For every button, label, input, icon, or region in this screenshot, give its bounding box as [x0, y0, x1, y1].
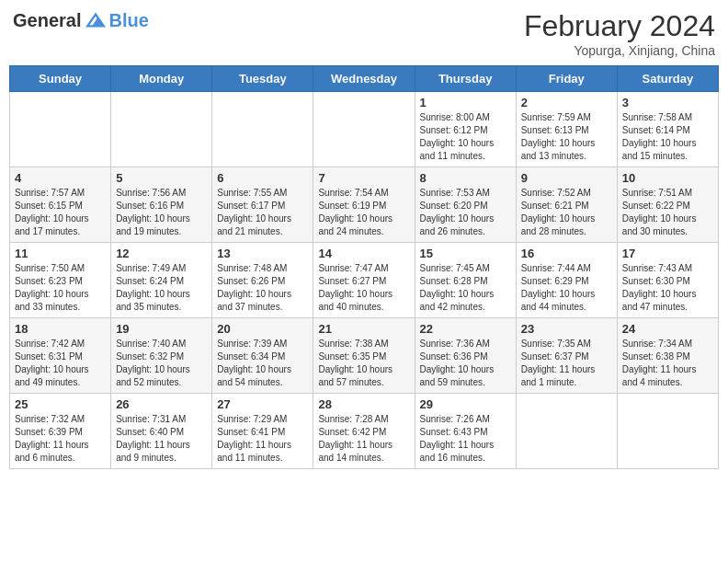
day-info: Sunrise: 7:49 AM Sunset: 6:24 PM Dayligh…	[116, 262, 207, 314]
day-info: Sunrise: 7:34 AM Sunset: 6:38 PM Dayligh…	[622, 338, 713, 389]
day-number: 29	[420, 397, 511, 411]
day-info: Sunrise: 7:50 AM Sunset: 6:23 PM Dayligh…	[15, 262, 106, 314]
day-number: 3	[622, 96, 713, 109]
day-info: Sunrise: 7:56 AM Sunset: 6:16 PM Dayligh…	[116, 187, 207, 238]
day-number: 12	[116, 247, 207, 260]
day-info: Sunrise: 7:58 AM Sunset: 6:14 PM Dayligh…	[622, 111, 713, 163]
calendar-cell: 26Sunrise: 7:31 AM Sunset: 6:40 PM Dayli…	[111, 394, 212, 469]
calendar-cell: 5Sunrise: 7:56 AM Sunset: 6:16 PM Daylig…	[111, 167, 212, 243]
day-number: 24	[622, 322, 713, 336]
day-info: Sunrise: 7:53 AM Sunset: 6:20 PM Dayligh…	[420, 187, 511, 238]
calendar-cell: 17Sunrise: 7:43 AM Sunset: 6:30 PM Dayli…	[617, 243, 718, 318]
calendar-cell: 21Sunrise: 7:38 AM Sunset: 6:35 PM Dayli…	[313, 318, 415, 394]
calendar-cell: 6Sunrise: 7:55 AM Sunset: 6:17 PM Daylig…	[212, 167, 313, 243]
calendar-cell: 20Sunrise: 7:39 AM Sunset: 6:34 PM Dayli…	[212, 318, 313, 394]
day-info: Sunrise: 7:43 AM Sunset: 6:30 PM Dayligh…	[622, 262, 713, 314]
calendar-cell	[516, 394, 617, 469]
day-info: Sunrise: 7:29 AM Sunset: 6:41 PM Dayligh…	[217, 413, 308, 465]
day-number: 18	[15, 322, 106, 336]
calendar-week-3: 11Sunrise: 7:50 AM Sunset: 6:23 PM Dayli…	[10, 243, 719, 318]
day-info: Sunrise: 7:48 AM Sunset: 6:26 PM Dayligh…	[217, 262, 308, 314]
calendar-cell: 28Sunrise: 7:28 AM Sunset: 6:42 PM Dayli…	[313, 394, 415, 469]
day-number: 10	[622, 171, 713, 185]
day-info: Sunrise: 7:31 AM Sunset: 6:40 PM Dayligh…	[116, 413, 207, 465]
calendar-cell	[212, 92, 313, 167]
calendar-cell: 22Sunrise: 7:36 AM Sunset: 6:36 PM Dayli…	[415, 318, 516, 394]
calendar-cell: 15Sunrise: 7:45 AM Sunset: 6:28 PM Dayli…	[415, 243, 516, 318]
calendar-cell: 11Sunrise: 7:50 AM Sunset: 6:23 PM Dayli…	[10, 243, 111, 318]
day-info: Sunrise: 7:55 AM Sunset: 6:17 PM Dayligh…	[217, 187, 308, 238]
day-header-monday: Monday	[111, 66, 212, 92]
day-info: Sunrise: 7:35 AM Sunset: 6:37 PM Dayligh…	[521, 338, 612, 389]
day-header-friday: Friday	[516, 66, 617, 92]
calendar-cell: 19Sunrise: 7:40 AM Sunset: 6:32 PM Dayli…	[111, 318, 212, 394]
day-number: 11	[15, 247, 106, 260]
calendar-cell: 23Sunrise: 7:35 AM Sunset: 6:37 PM Dayli…	[516, 318, 617, 394]
logo-icon	[85, 9, 107, 31]
calendar-cell: 7Sunrise: 7:54 AM Sunset: 6:19 PM Daylig…	[313, 167, 415, 243]
day-number: 16	[521, 247, 612, 260]
calendar-cell: 16Sunrise: 7:44 AM Sunset: 6:29 PM Dayli…	[516, 243, 617, 318]
day-number: 1	[420, 96, 511, 109]
day-number: 26	[116, 397, 207, 411]
day-info: Sunrise: 7:47 AM Sunset: 6:27 PM Dayligh…	[318, 262, 409, 314]
day-number: 25	[15, 397, 106, 411]
day-number: 17	[622, 247, 713, 260]
day-info: Sunrise: 7:40 AM Sunset: 6:32 PM Dayligh…	[116, 338, 207, 389]
calendar-cell: 24Sunrise: 7:34 AM Sunset: 6:38 PM Dayli…	[617, 318, 718, 394]
calendar-cell: 27Sunrise: 7:29 AM Sunset: 6:41 PM Dayli…	[212, 394, 313, 469]
calendar-header-row: SundayMondayTuesdayWednesdayThursdayFrid…	[10, 66, 719, 92]
day-info: Sunrise: 7:26 AM Sunset: 6:43 PM Dayligh…	[420, 413, 511, 465]
day-info: Sunrise: 7:44 AM Sunset: 6:29 PM Dayligh…	[521, 262, 612, 314]
calendar-cell: 25Sunrise: 7:32 AM Sunset: 6:39 PM Dayli…	[10, 394, 111, 469]
month-title: February 2024	[524, 9, 715, 43]
calendar-cell: 12Sunrise: 7:49 AM Sunset: 6:24 PM Dayli…	[111, 243, 212, 318]
day-number: 22	[420, 322, 511, 336]
day-info: Sunrise: 7:59 AM Sunset: 6:13 PM Dayligh…	[521, 111, 612, 163]
day-number: 8	[420, 171, 511, 185]
calendar-cell	[313, 92, 415, 167]
day-number: 6	[217, 171, 308, 185]
calendar-cell: 8Sunrise: 7:53 AM Sunset: 6:20 PM Daylig…	[415, 167, 516, 243]
day-number: 9	[521, 171, 612, 185]
calendar-cell: 14Sunrise: 7:47 AM Sunset: 6:27 PM Dayli…	[313, 243, 415, 318]
title-block: February 2024 Yopurga, Xinjiang, China	[524, 9, 715, 58]
calendar-cell	[617, 394, 718, 469]
calendar-week-2: 4Sunrise: 7:57 AM Sunset: 6:15 PM Daylig…	[10, 167, 719, 243]
day-info: Sunrise: 7:39 AM Sunset: 6:34 PM Dayligh…	[217, 338, 308, 389]
calendar-cell: 3Sunrise: 7:58 AM Sunset: 6:14 PM Daylig…	[617, 92, 718, 167]
day-number: 27	[217, 397, 308, 411]
calendar-week-5: 25Sunrise: 7:32 AM Sunset: 6:39 PM Dayli…	[10, 394, 719, 469]
day-info: Sunrise: 7:38 AM Sunset: 6:35 PM Dayligh…	[318, 338, 409, 389]
day-number: 2	[521, 96, 612, 109]
day-info: Sunrise: 7:57 AM Sunset: 6:15 PM Dayligh…	[15, 187, 106, 238]
day-number: 23	[521, 322, 612, 336]
day-header-sunday: Sunday	[10, 66, 111, 92]
day-header-saturday: Saturday	[617, 66, 718, 92]
day-header-tuesday: Tuesday	[212, 66, 313, 92]
day-info: Sunrise: 7:32 AM Sunset: 6:39 PM Dayligh…	[15, 413, 106, 465]
calendar-week-4: 18Sunrise: 7:42 AM Sunset: 6:31 PM Dayli…	[10, 318, 719, 394]
day-number: 15	[420, 247, 511, 260]
calendar-cell: 13Sunrise: 7:48 AM Sunset: 6:26 PM Dayli…	[212, 243, 313, 318]
page-header: General Blue February 2024 Yopurga, Xinj…	[9, 9, 719, 58]
calendar-cell: 18Sunrise: 7:42 AM Sunset: 6:31 PM Dayli…	[10, 318, 111, 394]
day-info: Sunrise: 7:52 AM Sunset: 6:21 PM Dayligh…	[521, 187, 612, 238]
day-info: Sunrise: 7:42 AM Sunset: 6:31 PM Dayligh…	[15, 338, 106, 389]
day-number: 4	[15, 171, 106, 185]
logo-general: General	[13, 10, 81, 31]
day-header-wednesday: Wednesday	[313, 66, 415, 92]
day-number: 20	[217, 322, 308, 336]
logo: General Blue	[13, 9, 149, 31]
day-info: Sunrise: 7:51 AM Sunset: 6:22 PM Dayligh…	[622, 187, 713, 238]
day-info: Sunrise: 7:36 AM Sunset: 6:36 PM Dayligh…	[420, 338, 511, 389]
calendar-cell: 2Sunrise: 7:59 AM Sunset: 6:13 PM Daylig…	[516, 92, 617, 167]
logo-blue: Blue	[108, 10, 148, 31]
calendar-cell: 10Sunrise: 7:51 AM Sunset: 6:22 PM Dayli…	[617, 167, 718, 243]
day-number: 13	[217, 247, 308, 260]
calendar-cell: 1Sunrise: 8:00 AM Sunset: 6:12 PM Daylig…	[415, 92, 516, 167]
calendar-cell: 29Sunrise: 7:26 AM Sunset: 6:43 PM Dayli…	[415, 394, 516, 469]
day-info: Sunrise: 8:00 AM Sunset: 6:12 PM Dayligh…	[420, 111, 511, 163]
day-number: 7	[318, 171, 409, 185]
day-number: 14	[318, 247, 409, 260]
